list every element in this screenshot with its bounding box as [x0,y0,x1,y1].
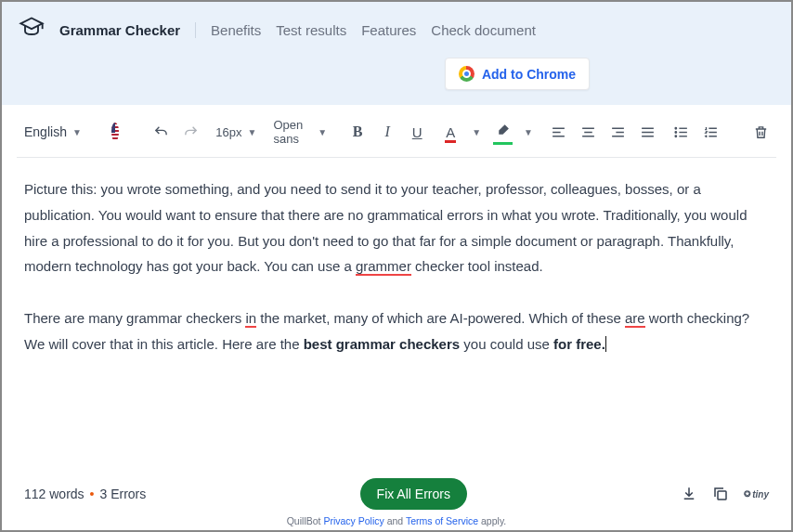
chrome-icon [459,66,474,82]
nav-features[interactable]: Features [361,22,416,38]
legal-text: QuillBot Privacy Policy and Terms of Ser… [24,515,769,526]
fontfamily-label: Open sans [273,118,303,146]
highlight-button[interactable] [494,123,511,142]
editor-footer: 112 words • 3 Errors Fix All Errors tiny… [17,471,776,530]
dot-separator: • [90,487,95,501]
fontsize-label: 16px [215,125,241,139]
delete-button[interactable] [752,124,769,140]
bullet-list-button[interactable] [672,124,689,140]
language-label: English [24,124,67,139]
chevron-down-icon: ▼ [248,127,257,137]
bold-button[interactable]: B [349,123,366,140]
fontfamily-select[interactable]: Open sans ▼ [273,118,327,146]
stats: 112 words • 3 Errors [24,487,146,501]
error-in[interactable]: in [245,310,256,328]
nav-bar: Grammar Checker Benefits Test results Fe… [19,15,774,45]
copy-button[interactable] [712,486,729,502]
italic-button[interactable]: I [379,123,396,140]
error-are[interactable]: are [625,310,645,328]
paragraph-2: There are many grammar checkers in the m… [24,305,769,357]
svg-rect-3 [718,491,726,500]
align-justify-button[interactable] [639,124,656,140]
nav-test-results[interactable]: Test results [276,22,346,38]
number-list-button[interactable] [702,124,719,140]
tos-link[interactable]: Terms of Service [406,515,478,526]
tiny-badge[interactable]: tiny [744,489,769,500]
editor-toolbar: English ▼ 16px ▼ Open sans ▼ B I U [17,105,776,158]
privacy-link[interactable]: Privacy Policy [323,515,384,526]
fontsize-select[interactable]: 16px ▼ [215,125,256,139]
error-count: 3 Errors [100,487,147,501]
word-count: 112 words [24,487,84,501]
svg-point-0 [675,127,676,128]
nav-check-document[interactable]: Check document [431,22,536,38]
svg-point-1 [675,131,676,132]
chevron-down-icon: ▼ [318,127,327,137]
align-center-button[interactable] [579,124,596,140]
us-flag-icon[interactable] [111,123,120,141]
download-button[interactable] [681,486,697,502]
chevron-down-icon[interactable]: ▼ [524,127,533,137]
text-color-button[interactable]: A [442,124,459,140]
align-left-button[interactable] [550,124,566,140]
nav-benefits[interactable]: Benefits [211,22,261,38]
undo-button[interactable] [152,124,169,140]
add-to-chrome-button[interactable]: Add to Chrome [445,58,590,90]
error-grammer[interactable]: grammer [356,258,411,276]
underline-button[interactable]: U [409,124,425,140]
header: Grammar Checker Benefits Test results Fe… [2,2,791,105]
logo-icon [19,15,45,45]
editor-content[interactable]: Picture this: you wrote something, and y… [17,158,776,471]
paragraph-1: Picture this: you wrote something, and y… [24,176,769,279]
align-right-button[interactable] [609,124,626,140]
language-select[interactable]: English ▼ [24,124,82,139]
chevron-down-icon: ▼ [72,127,82,137]
chevron-down-icon[interactable]: ▼ [472,127,481,137]
nav-grammar-checker[interactable]: Grammar Checker [59,22,196,38]
chrome-label: Add to Chrome [482,67,576,82]
svg-point-2 [675,136,676,136]
redo-button[interactable] [182,124,199,140]
fix-all-errors-button[interactable]: Fix All Errors [360,478,467,510]
